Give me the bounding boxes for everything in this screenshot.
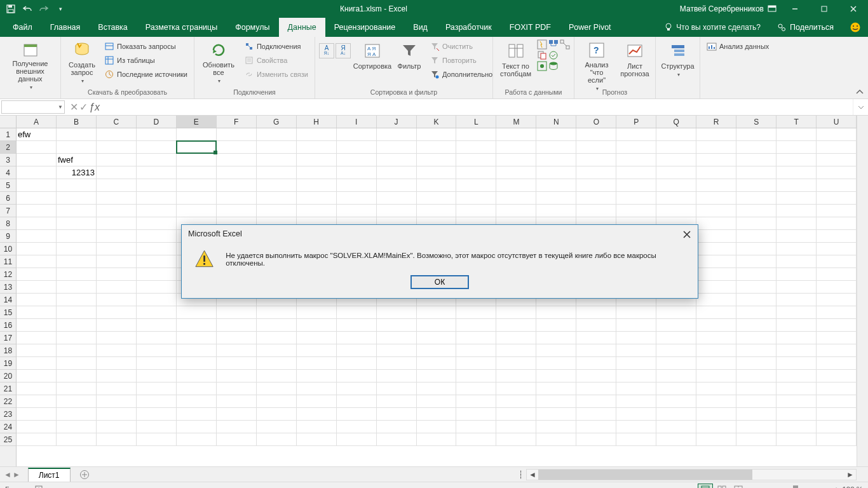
remove-duplicates-icon[interactable] bbox=[537, 50, 547, 60]
cell-R8[interactable] bbox=[696, 217, 736, 230]
sort-asc-button[interactable]: АЯ↓ bbox=[319, 43, 334, 58]
cell-L20[interactable] bbox=[456, 370, 496, 383]
cell-S18[interactable] bbox=[736, 344, 776, 357]
cell-U6[interactable] bbox=[817, 192, 857, 205]
cell-P16[interactable] bbox=[616, 319, 656, 332]
cell-F7[interactable] bbox=[217, 205, 257, 217]
advanced-filter-button[interactable]: Дополнительно bbox=[427, 67, 495, 81]
cell-J2[interactable] bbox=[377, 141, 417, 154]
cell-I6[interactable] bbox=[337, 192, 377, 205]
cell-F19[interactable] bbox=[217, 357, 257, 370]
cell-E1[interactable] bbox=[177, 128, 217, 141]
col-header-N[interactable]: N bbox=[536, 116, 576, 128]
cell-I7[interactable] bbox=[337, 205, 377, 217]
row-header-9[interactable]: 9 bbox=[0, 230, 16, 243]
cell-K17[interactable] bbox=[417, 332, 457, 344]
cell-B1[interactable] bbox=[57, 128, 97, 141]
cell-H25[interactable] bbox=[297, 433, 337, 446]
cell-F22[interactable] bbox=[217, 395, 257, 408]
cell-G25[interactable] bbox=[257, 433, 297, 446]
cell-C21[interactable] bbox=[97, 383, 137, 395]
cell-P6[interactable] bbox=[616, 192, 656, 205]
cell-A22[interactable] bbox=[17, 395, 57, 408]
cell-Q4[interactable] bbox=[656, 166, 696, 179]
cell-E5[interactable] bbox=[177, 179, 217, 192]
cell-U11[interactable] bbox=[817, 255, 857, 268]
cell-K5[interactable] bbox=[417, 179, 457, 192]
row-header-25[interactable]: 25 bbox=[0, 433, 16, 446]
cell-M5[interactable] bbox=[496, 179, 536, 192]
cell-U1[interactable] bbox=[817, 128, 857, 141]
cell-L6[interactable] bbox=[456, 192, 496, 205]
cell-T23[interactable] bbox=[776, 408, 817, 421]
cell-S5[interactable] bbox=[736, 179, 776, 192]
cell-U19[interactable] bbox=[817, 357, 857, 370]
cell-H2[interactable] bbox=[297, 141, 337, 154]
cell-B10[interactable] bbox=[57, 243, 97, 255]
cell-C7[interactable] bbox=[97, 205, 137, 217]
cell-R4[interactable] bbox=[696, 166, 736, 179]
cell-D12[interactable] bbox=[137, 268, 177, 281]
cell-E7[interactable] bbox=[177, 205, 217, 217]
connections-button[interactable]: Подключения bbox=[241, 39, 311, 53]
cell-J3[interactable] bbox=[377, 154, 417, 166]
cell-A19[interactable] bbox=[17, 357, 57, 370]
cell-R16[interactable] bbox=[696, 319, 736, 332]
cell-I16[interactable] bbox=[337, 319, 377, 332]
cell-N15[interactable] bbox=[536, 306, 576, 319]
cell-O1[interactable] bbox=[576, 128, 616, 141]
tab-formulas[interactable]: Формулы bbox=[226, 18, 278, 37]
cell-D25[interactable] bbox=[137, 433, 177, 446]
cell-C12[interactable] bbox=[97, 268, 137, 281]
cell-F20[interactable] bbox=[217, 370, 257, 383]
cell-C10[interactable] bbox=[97, 243, 137, 255]
cell-G15[interactable] bbox=[257, 306, 297, 319]
cell-R3[interactable] bbox=[696, 154, 736, 166]
cell-C17[interactable] bbox=[97, 332, 137, 344]
row-header-4[interactable]: 4 bbox=[0, 166, 16, 179]
cell-F17[interactable] bbox=[217, 332, 257, 344]
cell-T21[interactable] bbox=[776, 383, 817, 395]
cell-O16[interactable] bbox=[576, 319, 616, 332]
minimize-icon[interactable] bbox=[780, 0, 810, 18]
cell-G18[interactable] bbox=[257, 344, 297, 357]
cell-S11[interactable] bbox=[736, 255, 776, 268]
cell-G5[interactable] bbox=[257, 179, 297, 192]
cell-C9[interactable] bbox=[97, 230, 137, 243]
cell-N21[interactable] bbox=[536, 383, 576, 395]
col-header-I[interactable]: I bbox=[337, 116, 377, 128]
cell-F6[interactable] bbox=[217, 192, 257, 205]
cell-A25[interactable] bbox=[17, 433, 57, 446]
row-header-6[interactable]: 6 bbox=[0, 192, 16, 205]
cell-Q6[interactable] bbox=[656, 192, 696, 205]
cell-M17[interactable] bbox=[496, 332, 536, 344]
cell-J5[interactable] bbox=[377, 179, 417, 192]
column-headers[interactable]: ABCDEFGHIJKLMNOPQRSTU bbox=[17, 116, 857, 128]
row-header-13[interactable]: 13 bbox=[0, 281, 16, 294]
cell-R6[interactable] bbox=[696, 192, 736, 205]
col-header-E[interactable]: E bbox=[177, 116, 217, 128]
cell-N20[interactable] bbox=[536, 370, 576, 383]
forecast-sheet-button[interactable]: Лист прогноза bbox=[618, 39, 652, 85]
cell-N4[interactable] bbox=[536, 166, 576, 179]
zoom-out-icon[interactable]: − bbox=[752, 485, 757, 489]
cell-O19[interactable] bbox=[576, 357, 616, 370]
cell-D20[interactable] bbox=[137, 370, 177, 383]
cell-P21[interactable] bbox=[616, 383, 656, 395]
cell-R15[interactable] bbox=[696, 306, 736, 319]
formula-input[interactable] bbox=[104, 99, 853, 115]
cell-S21[interactable] bbox=[736, 383, 776, 395]
cell-S20[interactable] bbox=[736, 370, 776, 383]
cell-C19[interactable] bbox=[97, 357, 137, 370]
cell-L3[interactable] bbox=[456, 154, 496, 166]
cell-T16[interactable] bbox=[776, 319, 817, 332]
cell-B24[interactable] bbox=[57, 421, 97, 433]
cell-O3[interactable] bbox=[576, 154, 616, 166]
cell-P15[interactable] bbox=[616, 306, 656, 319]
cell-B25[interactable] bbox=[57, 433, 97, 446]
cell-J20[interactable] bbox=[377, 370, 417, 383]
share-button[interactable]: Поделиться bbox=[768, 18, 843, 37]
cell-K1[interactable] bbox=[417, 128, 457, 141]
cell-Q20[interactable] bbox=[656, 370, 696, 383]
enter-formula-icon[interactable]: ✓ bbox=[79, 101, 88, 113]
